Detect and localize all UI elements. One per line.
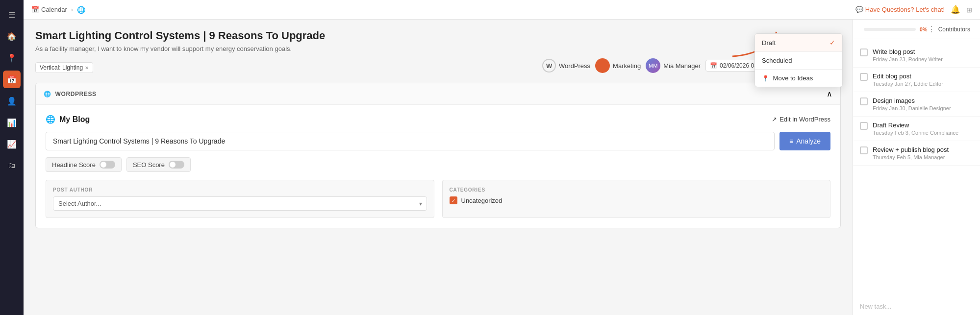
channel-badge: Marketing xyxy=(595,58,641,73)
have-questions-link[interactable]: 💬 Have Questions? Let's chat! xyxy=(855,6,945,13)
headline-score-item: Headline Score xyxy=(46,157,122,172)
edit-in-wordpress-link[interactable]: ↗ Edit in WordPress xyxy=(772,116,830,123)
task-meta: Tuesday Jan 27, Eddie Editor xyxy=(873,81,973,87)
sidebar-data-icon[interactable]: 🗂 xyxy=(3,157,21,174)
task-info: Review + publish blog post Thursday Feb … xyxy=(873,146,973,160)
calendar-icon: 📅 xyxy=(31,6,39,13)
chat-icon: 💬 xyxy=(855,6,863,13)
wordpress-section: 🌐 WORDPRESS ∧ 🌐 My Blog ↗ Edit in WordPr… xyxy=(35,83,841,228)
author-label: Mia Manager xyxy=(663,62,701,70)
check-icon: ✓ xyxy=(829,39,835,47)
task-name: Design images xyxy=(873,97,973,104)
blog-wp-icon: 🌐 xyxy=(46,115,55,124)
task-checkbox[interactable] xyxy=(860,146,868,154)
task-item: Design images Friday Jan 30, Danielle De… xyxy=(853,92,980,117)
author-select-wrapper: Select Author... xyxy=(53,196,427,211)
post-subtitle: As a facility manager, I want to know my… xyxy=(35,45,841,52)
title-row: ≡ Analyze xyxy=(46,132,830,150)
new-task-input[interactable]: New task... xyxy=(853,298,980,315)
task-checkbox[interactable] xyxy=(860,73,868,81)
sidebar-calendar-icon[interactable]: 📅 xyxy=(3,71,21,88)
tag-close-icon[interactable]: ✕ xyxy=(85,65,89,71)
main-area: 📅 Calendar › 🌐 💬 Have Questions? Let's c… xyxy=(24,0,980,315)
task-info: Write blog post Friday Jan 23, Rodney Wr… xyxy=(873,48,973,62)
category-item: ✓ Uncategorized xyxy=(450,196,824,204)
post-title: Smart Lighting Control Systems | 9 Reaso… xyxy=(35,29,841,42)
wp-section-header: 🌐 WORDPRESS ∧ xyxy=(36,83,840,105)
grid-icon[interactable]: ⊞ xyxy=(966,6,972,14)
post-title-input[interactable] xyxy=(46,132,775,150)
contributors-tab[interactable]: Contributors xyxy=(935,25,973,34)
blog-header: 🌐 My Blog ↗ Edit in WordPress xyxy=(46,115,830,124)
sidebar-location-icon[interactable]: 📍 xyxy=(3,49,21,67)
topbar-calendar[interactable]: 📅 Calendar xyxy=(31,6,67,13)
sidebar-menu-icon[interactable]: ☰ xyxy=(3,6,21,24)
sidebar-home-icon[interactable]: 🏠 xyxy=(3,27,21,45)
topbar: 📅 Calendar › 🌐 💬 Have Questions? Let's c… xyxy=(24,0,980,20)
external-link-icon: ↗ xyxy=(772,116,777,123)
task-item: Write blog post Friday Jan 23, Rodney Wr… xyxy=(853,43,980,68)
task-checkbox[interactable] xyxy=(860,48,868,56)
wp-favicon: 🌐 xyxy=(77,6,85,14)
status-dropdown: Draft ✓ Scheduled 📍 Move to Ideas xyxy=(754,33,843,87)
wp-section-title: 🌐 WORDPRESS xyxy=(44,91,97,97)
category-name: Uncategorized xyxy=(461,197,503,204)
progress-label: 0% xyxy=(920,26,928,32)
seo-score-toggle[interactable] xyxy=(169,161,184,169)
breadcrumb-separator: › xyxy=(71,6,73,13)
platform-label: WordPress xyxy=(559,62,590,70)
task-meta: Tuesday Feb 3, Connie Compliance xyxy=(873,130,973,136)
categories-label: CATEGORIES xyxy=(450,187,824,193)
collapse-icon[interactable]: ∧ xyxy=(827,89,832,98)
task-item: Review + publish blog post Thursday Feb … xyxy=(853,141,980,166)
panel-more-button[interactable]: ⋮ xyxy=(928,24,935,34)
seo-score-label: SEO Score xyxy=(133,161,165,169)
author-select[interactable]: Select Author... xyxy=(53,196,427,211)
tag-label: Vertical: Lighting xyxy=(40,64,83,71)
wp-logo: W xyxy=(542,59,556,73)
task-item: Draft Review Tuesday Feb 3, Connie Compl… xyxy=(853,117,980,141)
left-panel: Smart Lighting Control Systems | 9 Reaso… xyxy=(24,20,853,315)
content-wrapper: Smart Lighting Control Systems | 9 Reaso… xyxy=(24,20,980,315)
sidebar-bar-icon[interactable]: 📈 xyxy=(3,135,21,153)
dropdown-item-ideas[interactable]: 📍 Move to Ideas xyxy=(755,70,842,87)
task-list: Write blog post Friday Jan 23, Rodney Wr… xyxy=(853,39,980,298)
task-name: Draft Review xyxy=(873,121,973,129)
channel-label: Marketing xyxy=(613,62,641,70)
blog-name: 🌐 My Blog xyxy=(46,115,90,124)
sidebar-chart-icon[interactable]: 📊 xyxy=(3,114,21,131)
post-author-label: POST AUTHOR xyxy=(53,187,427,193)
post-author-box: POST AUTHOR Select Author... xyxy=(46,180,434,218)
calendar-label: Calendar xyxy=(41,6,67,13)
wp-section-wp-icon: 🌐 xyxy=(44,91,51,97)
seo-score-item: SEO Score xyxy=(126,157,191,172)
sidebar: ☰ 🏠 📍 📅 👤 📊 📈 🗂 xyxy=(0,0,24,315)
post-tag: Vertical: Lighting ✕ xyxy=(35,62,93,73)
task-info: Edit blog post Tuesday Jan 27, Eddie Edi… xyxy=(873,73,973,87)
channel-avatar xyxy=(595,58,610,73)
sidebar-person-icon[interactable]: 👤 xyxy=(3,92,21,110)
task-info: Draft Review Tuesday Feb 3, Connie Compl… xyxy=(873,121,973,136)
progress-bar-container xyxy=(864,28,916,31)
task-name: Write blog post xyxy=(873,48,973,55)
task-meta: Thursday Feb 5, Mia Manager xyxy=(873,154,973,160)
task-name: Edit blog post xyxy=(873,73,973,80)
task-info: Design images Friday Jan 30, Danielle De… xyxy=(873,97,973,111)
analyze-button[interactable]: ≡ Analyze xyxy=(779,132,830,150)
dropdown-item-scheduled[interactable]: Scheduled xyxy=(755,52,842,69)
author-badge: MM Mia Manager xyxy=(646,58,701,73)
post-meta: POST AUTHOR Select Author... CATEGORIES … xyxy=(46,180,830,218)
task-checkbox[interactable] xyxy=(860,122,868,130)
right-panel: 0% ⋮ Contributors Write blog post Friday… xyxy=(853,20,980,315)
task-checkbox[interactable] xyxy=(860,97,868,105)
notification-bell-icon[interactable]: 🔔 xyxy=(951,5,960,14)
post-header: Smart Lighting Control Systems | 9 Reaso… xyxy=(35,29,841,77)
headline-score-toggle[interactable] xyxy=(100,161,115,169)
task-meta: Friday Jan 23, Rodney Writer xyxy=(873,56,973,62)
dropdown-item-draft[interactable]: Draft ✓ xyxy=(755,34,842,51)
task-item: Edit blog post Tuesday Jan 27, Eddie Edi… xyxy=(853,68,980,92)
date-icon: 📅 xyxy=(710,62,717,69)
author-avatar: MM xyxy=(646,58,660,73)
analyze-icon: ≡ xyxy=(789,137,793,145)
category-checkbox[interactable]: ✓ xyxy=(450,196,457,204)
